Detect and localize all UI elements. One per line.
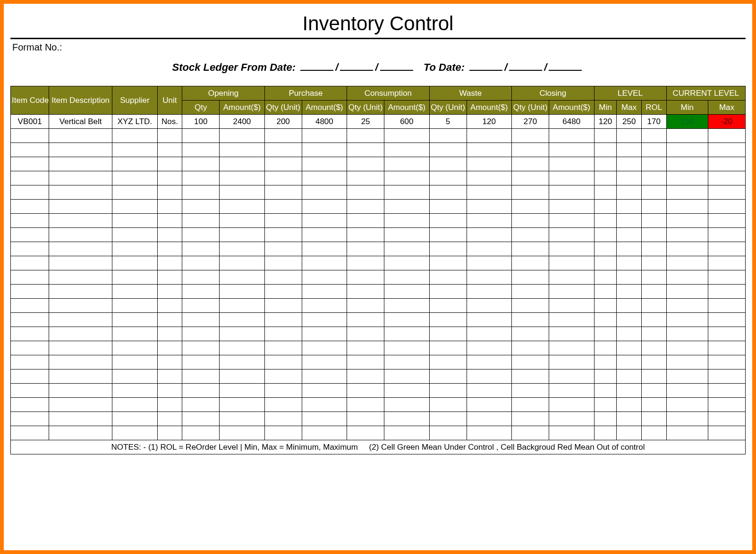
cell-empty[interactable] — [617, 200, 642, 214]
cell-empty[interactable] — [182, 157, 220, 171]
cell-empty[interactable] — [666, 200, 708, 214]
cell-empty[interactable] — [49, 143, 112, 157]
cell-empty[interactable] — [594, 398, 617, 412]
cell-empty[interactable] — [11, 214, 49, 228]
cell-empty[interactable] — [157, 285, 182, 299]
cell-empty[interactable] — [467, 256, 512, 270]
cell-empty[interactable] — [467, 157, 512, 171]
cell-empty[interactable] — [264, 369, 302, 384]
cell-empty[interactable] — [708, 214, 745, 228]
cell-empty[interactable] — [512, 129, 549, 143]
cell-empty[interactable] — [347, 327, 384, 341]
cell-empty[interactable] — [549, 341, 594, 355]
cell-empty[interactable] — [594, 369, 617, 384]
cell-empty[interactable] — [112, 299, 158, 313]
cell-empty[interactable] — [182, 299, 220, 313]
cell-empty[interactable] — [347, 398, 384, 412]
cell-empty[interactable] — [182, 228, 220, 242]
cell-empty[interactable] — [49, 327, 112, 341]
cell-empty[interactable] — [429, 185, 467, 200]
cell-empty[interactable] — [302, 313, 347, 327]
cell-empty[interactable] — [549, 228, 594, 242]
cell-empty[interactable] — [157, 143, 182, 157]
cell-empty[interactable] — [302, 426, 347, 440]
cell-empty[interactable] — [641, 285, 666, 299]
cell-empty[interactable] — [220, 129, 265, 143]
cell-empty[interactable] — [666, 256, 708, 270]
cell-empty[interactable] — [347, 214, 384, 228]
cell-empty[interactable] — [708, 143, 745, 157]
cell-empty[interactable] — [220, 313, 265, 327]
cell-empty[interactable] — [384, 341, 430, 355]
cell-empty[interactable] — [264, 200, 302, 214]
cell-empty[interactable] — [182, 398, 220, 412]
cell-empty[interactable] — [467, 369, 512, 384]
cell-empty[interactable] — [302, 242, 347, 256]
cell-empty[interactable] — [429, 270, 467, 285]
cell-empty[interactable] — [708, 355, 745, 369]
cell-empty[interactable] — [594, 426, 617, 440]
cell-empty[interactable] — [182, 341, 220, 355]
cell-empty[interactable] — [617, 185, 642, 200]
cell-empty[interactable] — [182, 129, 220, 143]
cell-empty[interactable] — [157, 398, 182, 412]
cell-empty[interactable] — [264, 214, 302, 228]
cell-empty[interactable] — [512, 285, 549, 299]
cell-empty[interactable] — [112, 285, 158, 299]
cell-empty[interactable] — [264, 341, 302, 355]
cell-empty[interactable] — [264, 412, 302, 426]
cell-empty[interactable] — [549, 129, 594, 143]
cell-empty[interactable] — [182, 256, 220, 270]
cell-empty[interactable] — [429, 228, 467, 242]
cell-empty[interactable] — [666, 228, 708, 242]
cell-empty[interactable] — [302, 341, 347, 355]
cell-empty[interactable] — [11, 256, 49, 270]
cell-empty[interactable] — [112, 242, 158, 256]
cell-empty[interactable] — [666, 242, 708, 256]
cell-empty[interactable] — [549, 285, 594, 299]
cell-empty[interactable] — [264, 242, 302, 256]
cell-empty[interactable] — [666, 355, 708, 369]
cell-empty[interactable] — [512, 313, 549, 327]
cell-empty[interactable] — [220, 327, 265, 341]
cell-empty[interactable] — [594, 256, 617, 270]
cell-open_qty[interactable]: 100 — [182, 115, 220, 129]
cell-empty[interactable] — [384, 426, 430, 440]
cell-pur_amt[interactable]: 4800 — [302, 115, 347, 129]
cell-empty[interactable] — [549, 327, 594, 341]
cell-empty[interactable] — [220, 412, 265, 426]
cell-empty[interactable] — [549, 171, 594, 185]
cell-empty[interactable] — [347, 157, 384, 171]
cell-empty[interactable] — [347, 270, 384, 285]
cell-empty[interactable] — [617, 426, 642, 440]
cell-empty[interactable] — [594, 412, 617, 426]
cell-empty[interactable] — [617, 384, 642, 398]
cell-lvl_rol[interactable]: 170 — [641, 115, 666, 129]
cell-empty[interactable] — [112, 398, 158, 412]
cell-empty[interactable] — [512, 369, 549, 384]
cell-empty[interactable] — [11, 171, 49, 185]
cell-empty[interactable] — [182, 242, 220, 256]
cell-empty[interactable] — [666, 157, 708, 171]
cell-empty[interactable] — [157, 129, 182, 143]
cell-empty[interactable] — [220, 185, 265, 200]
cell-empty[interactable] — [264, 171, 302, 185]
cell-empty[interactable] — [641, 242, 666, 256]
cell-empty[interactable] — [220, 143, 265, 157]
cell-empty[interactable] — [49, 313, 112, 327]
cell-empty[interactable] — [549, 299, 594, 313]
cell-empty[interactable] — [112, 228, 158, 242]
cell-empty[interactable] — [347, 228, 384, 242]
cell-empty[interactable] — [512, 242, 549, 256]
cell-empty[interactable] — [617, 242, 642, 256]
cell-empty[interactable] — [157, 313, 182, 327]
cell-empty[interactable] — [112, 157, 158, 171]
cell-empty[interactable] — [11, 143, 49, 157]
cell-empty[interactable] — [11, 327, 49, 341]
cell-empty[interactable] — [666, 341, 708, 355]
cell-empty[interactable] — [49, 129, 112, 143]
cell-empty[interactable] — [182, 355, 220, 369]
cell-empty[interactable] — [384, 157, 430, 171]
cell-empty[interactable] — [112, 384, 158, 398]
cell-empty[interactable] — [429, 313, 467, 327]
